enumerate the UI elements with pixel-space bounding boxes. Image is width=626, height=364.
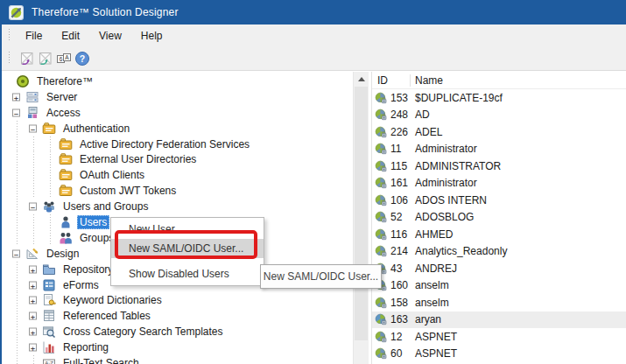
tree-item-active-directory-federation-services[interactable]: Active Directory Federation Services [2,136,353,152]
user-row-adel-226[interactable]: 226ADEL [372,123,626,141]
tree-guide [9,214,25,230]
toolbar-button-designer-purple-icon[interactable] [18,49,36,67]
expand-plus-icon[interactable]: + [29,265,37,273]
tree-label-cross-category-search-templates: Cross Category Search Templates [60,325,226,339]
user-row-ad-248[interactable]: 248AD [372,107,626,124]
user-row-administrator-161[interactable]: 161Administrator [372,175,626,192]
collapse-minus-icon[interactable]: − [12,108,20,116]
expand-plus-icon[interactable]: + [29,344,37,352]
user-row-ahmed-116[interactable]: 116AHMED [372,226,626,243]
user-row-administrator-11[interactable]: 11Administrator [372,141,626,158]
title-bar[interactable]: Therefore™ Solution Designer [0,0,626,24]
tree-scrollbar[interactable] [353,72,369,364]
auth-card-icon [59,168,73,182]
toolbar-grip-handle[interactable] [8,52,11,65]
tree-guide [9,308,25,324]
user-row-andrej-43[interactable]: 43ANDREJ [372,260,626,277]
user-row-administrator-115[interactable]: 115ADMINISTRATOR [372,158,626,175]
tree-item-users-and-groups[interactable]: −Users and Groups [2,199,353,214]
menu-bar: FileEditViewHelp [2,24,626,46]
toolbar-button-translate-icon[interactable]: 6A [54,49,73,67]
user-row-anselm-160[interactable]: 160anselm [372,277,626,295]
user-name: ASPNET [415,347,457,360]
expand-plus-icon[interactable]: + [12,93,20,101]
scroll-up-arrow-icon[interactable] [354,72,369,87]
user-row-duplicate-19cf-153[interactable]: 153$DUPLICATE-19cf [372,89,626,107]
expand-plus-icon[interactable]: + [29,312,37,320]
scrollbar-thumb[interactable] [355,87,368,340]
tree-guide [25,355,42,364]
user-id: 153 [390,92,411,104]
user-row-anselm-158[interactable]: 158anselm [372,294,626,312]
user-name: Administrator [415,177,477,189]
toolbar-button-help-icon[interactable]: ? [73,49,91,67]
tree-guide [25,214,42,230]
tree-guide [9,230,25,246]
tree-item-oauth-clients[interactable]: OAuth Clients [2,167,353,183]
tree-item-server[interactable]: +Server [2,89,353,105]
tree-expander[interactable]: − [25,199,42,214]
expand-plus-icon[interactable]: + [29,297,37,304]
tree-item-custom-jwt-tokens[interactable]: Custom JWT Tokens [2,183,353,199]
toolbar-buttons: 6A? [18,49,91,67]
menu-file[interactable]: File [16,26,52,46]
tree-item-external-user-directories[interactable]: External User Directories [2,151,353,167]
user-id: 116 [390,228,411,241]
tree-expander[interactable]: − [9,105,25,121]
tree-item-access[interactable]: −Access [2,105,353,121]
tree-item-full-text-search[interactable]: A·ZFull-Text Search [2,355,353,364]
tree-expander[interactable]: + [25,262,42,277]
tree-guide [25,183,42,199]
user-name: ASPNET [415,331,457,343]
user-row-ados-intern-106[interactable]: 106ADOS INTERN [372,192,626,209]
tree-expander[interactable]: − [25,121,42,136]
column-header-id[interactable]: ID [372,74,411,87]
user-lock-icon [375,245,387,257]
user-lock-icon [375,92,387,104]
expand-plus-icon[interactable]: + [29,328,37,336]
menubar-grip-handle[interactable] [8,29,11,42]
tree-item-cross-category-search-templates[interactable]: +Cross Category Search Templates [2,324,353,340]
tree-item-authentication[interactable]: −Authentication [2,121,353,136]
help-icon: ? [74,51,90,66]
tree-expander[interactable]: + [9,89,25,105]
context-menu-item-show-disabled-users[interactable]: Show Disabled Users [111,264,264,284]
tree-expander[interactable]: − [9,246,25,262]
tree-item-therefore[interactable]: Therefore™ [2,74,353,89]
tree-expander[interactable]: + [25,308,42,324]
collapse-minus-icon[interactable]: − [29,124,37,132]
tree-label-access: Access [44,106,83,120]
tree-item-keyword-dictionaries[interactable]: +Keyword Dictionaries [2,292,353,308]
keyword-dict-icon [42,293,56,307]
menu-items: FileEditViewHelp [16,30,172,42]
tree-guide [9,355,25,364]
user-row-adosblog-52[interactable]: 52ADOSBLOG [372,209,626,227]
groups-icon [59,231,73,245]
tree-guide [9,277,25,293]
tree-item-referenced-tables[interactable]: +Referenced Tables [2,308,353,324]
tree-expander[interactable]: + [25,324,42,340]
tree-expander[interactable]: + [25,277,42,293]
tree-label-users: Users [77,215,109,229]
collapse-minus-icon[interactable]: − [29,203,37,211]
tree-guide [9,324,25,340]
user-row-analytics-readonly-214[interactable]: 214Analytics_Readonly [372,243,626,261]
auth-card-icon [59,184,73,198]
column-header-name[interactable]: Name [411,74,626,87]
menu-help[interactable]: Help [131,26,172,46]
user-row-aspnet-60[interactable]: 60ASPNET [372,346,626,363]
user-row-aryan-163[interactable]: 163aryan [372,312,626,329]
user-row-aspnet-12[interactable]: 12ASPNET [372,328,626,346]
user-id: 60 [390,347,411,360]
menu-view[interactable]: View [89,26,131,46]
app-window: Therefore™ Solution Designer FileEditVie… [0,0,626,364]
menu-edit[interactable]: Edit [52,26,89,46]
toolbar-button-designer-green-icon[interactable] [36,49,54,67]
collapse-minus-icon[interactable]: − [12,249,20,257]
user-name: AD [415,108,430,121]
tree-expander[interactable]: + [25,340,42,355]
expand-plus-icon[interactable]: + [29,281,37,289]
tree-item-reporting[interactable]: +Reporting [2,340,353,355]
tree-guide [9,167,25,183]
tree-expander[interactable]: + [25,292,42,308]
